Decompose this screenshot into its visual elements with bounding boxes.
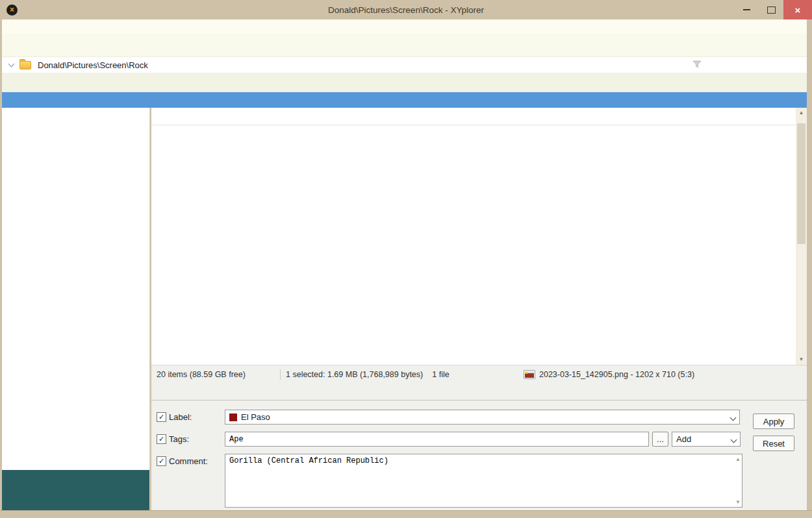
window-title: Donald\Pictures\Screen\Rock - XYplorer [0, 5, 812, 15]
tags-field-label: Tags: [169, 434, 189, 444]
status-bar: 20 items (88.59 GB free) 1 selected: 1.6… [151, 365, 807, 384]
comment-scroll-up-icon[interactable]: ▲ [735, 456, 741, 462]
comment-field-label: Comment: [169, 456, 208, 466]
toolbar [2, 34, 807, 57]
comment-scroll-down-icon[interactable]: ▼ [735, 499, 741, 505]
info-panel: ✓ Label: El Paso Apply ✓ Tags: ... Add R… [151, 383, 807, 510]
tab-bar [2, 73, 807, 92]
tags-mode-value: Add [676, 434, 691, 444]
scroll-up-icon[interactable]: ▲ [799, 108, 804, 118]
status-items-info: 20 items (88.59 GB free) [157, 370, 275, 379]
label-checkbox[interactable]: ✓ [157, 412, 166, 422]
tree-empty-area [2, 470, 149, 510]
maximize-button[interactable] [759, 0, 783, 19]
comment-checkbox[interactable]: ✓ [157, 456, 166, 466]
tags-input[interactable] [225, 432, 649, 447]
tags-checkbox[interactable]: ✓ [157, 434, 166, 444]
apply-button[interactable]: Apply [753, 413, 794, 429]
label-color-swatch [229, 413, 237, 421]
tags-browse-button[interactable]: ... [652, 432, 668, 447]
status-file-icon [524, 370, 535, 379]
comment-textarea[interactable]: Gorilla (Central African Republic) [225, 454, 742, 507]
label-dropdown[interactable]: El Paso [225, 410, 740, 425]
address-bar[interactable]: Donald\Pictures\Screen\Rock [2, 57, 807, 73]
vertical-scrollbar[interactable]: ▲ ▼ [796, 108, 807, 365]
scrollbar-thumb[interactable] [797, 123, 806, 244]
reset-button[interactable]: Reset [753, 436, 794, 451]
label-field-label: Label: [169, 412, 192, 422]
address-filter-icon[interactable] [692, 59, 702, 71]
status-separator [280, 369, 281, 380]
title-bar: × Donald\Pictures\Screen\Rock - XYplorer… [0, 0, 812, 19]
info-panel-tabs [151, 383, 807, 401]
maximize-icon [767, 6, 776, 14]
minimize-button[interactable] [734, 0, 759, 19]
folder-tree [2, 108, 150, 510]
tags-mode-dropdown[interactable]: Add [672, 432, 741, 447]
label-dropdown-value: El Paso [241, 412, 270, 422]
status-current-file: 2023-03-15_142905.png - 1202 x 710 (5:3) [539, 370, 694, 379]
address-path[interactable]: Donald\Pictures\Screen\Rock [38, 60, 148, 70]
address-expand-icon[interactable] [6, 64, 17, 66]
window-frame-bottom [0, 510, 812, 518]
address-folder-icon [19, 61, 31, 69]
status-selection-info: 1 selected: 1.69 MB (1,768,989 bytes) [286, 370, 423, 379]
status-file-count: 1 file [432, 370, 449, 379]
scroll-down-icon[interactable]: ▼ [799, 354, 804, 365]
chevron-down-icon [731, 434, 736, 444]
file-list-header [151, 108, 807, 125]
breadcrumb-bar [2, 92, 807, 108]
comment-textarea-wrap: Gorilla (Central African Republic) ▲ ▼ [225, 454, 742, 508]
tags-panel: ✓ Label: El Paso Apply ✓ Tags: ... Add R… [151, 401, 807, 510]
menu-bar [2, 19, 807, 34]
file-list: ▲ ▼ [151, 108, 807, 365]
chevron-down-icon [731, 412, 735, 422]
minimize-icon [743, 9, 750, 10]
close-button[interactable]: × [783, 0, 812, 19]
